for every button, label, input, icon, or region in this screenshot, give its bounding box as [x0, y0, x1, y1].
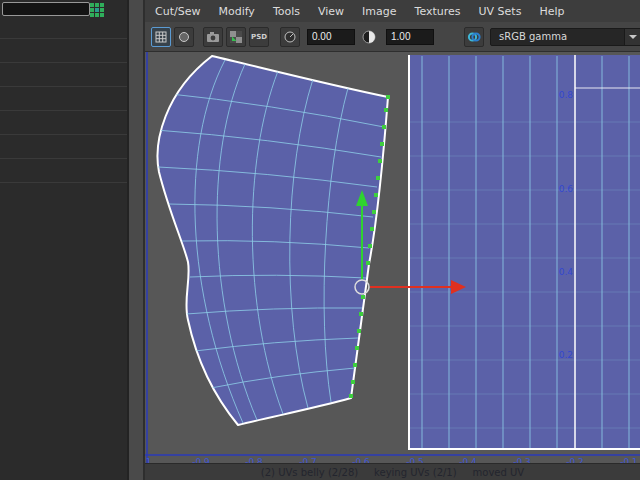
image-display-icon[interactable] — [203, 27, 223, 47]
menu-cut-sew[interactable]: Cut/Sew — [146, 5, 209, 18]
outliner-panel — [0, 0, 127, 480]
chevron-down-icon[interactable] — [624, 29, 640, 45]
psd-icon[interactable]: PSD — [249, 27, 269, 47]
panel-filter-field[interactable] — [2, 2, 90, 16]
color-space-dropdown[interactable]: sRGB gamma — [490, 28, 640, 46]
menu-view[interactable]: View — [309, 5, 353, 18]
list-row-separator — [0, 38, 127, 39]
gamma-field[interactable] — [386, 29, 434, 45]
uv-editor-menubar: Cut/Sew Modify Tools View Image Textures… — [145, 0, 640, 22]
exposure-dial-icon[interactable] — [280, 27, 300, 47]
uv-shell-right[interactable] — [408, 55, 640, 450]
uv-editor: Cut/Sew Modify Tools View Image Textures… — [145, 0, 640, 480]
exposure-field[interactable] — [307, 29, 355, 45]
status-bar: (2) UVs belly (2/28) keying UVs (2/1) mo… — [145, 463, 640, 480]
menu-help[interactable]: Help — [530, 5, 573, 18]
status-text: (2) UVs belly (2/28) keying UVs (2/1) mo… — [261, 467, 524, 478]
menu-tools[interactable]: Tools — [264, 5, 309, 18]
list-row-separator — [0, 158, 127, 159]
list-row-separator — [0, 62, 127, 63]
shaded-display-icon[interactable] — [174, 27, 194, 47]
maya-uv-editor-window: { "left_panel": { "field_value": "" }, "… — [0, 0, 640, 480]
psd-label: PSD — [251, 33, 267, 41]
uv-viewport-canvas[interactable] — [145, 52, 640, 463]
list-row-separator — [0, 86, 127, 87]
menu-modify[interactable]: Modify — [209, 5, 263, 18]
list-row-separator — [0, 110, 127, 111]
uv-shell-left[interactable] — [156, 56, 388, 425]
menu-textures[interactable]: Textures — [406, 5, 470, 18]
uv-editor-toolbar: PSD sRGB gamma — [145, 22, 640, 52]
color-space-value: sRGB gamma — [491, 31, 624, 42]
uv-grid-icon[interactable] — [89, 2, 105, 18]
color-management-icon[interactable] — [464, 27, 484, 47]
panel-splitter[interactable] — [127, 0, 145, 480]
list-row-separator — [0, 182, 127, 183]
contrast-icon[interactable] — [359, 27, 379, 47]
grid-display-icon[interactable] — [151, 27, 171, 47]
uv-viewport[interactable]: -1 -0.9 -0.8 -0.7 -0.6 -0.5 -0.4 -0.3 -0… — [145, 52, 640, 463]
menu-image[interactable]: Image — [353, 5, 405, 18]
menu-uv-sets[interactable]: UV Sets — [470, 5, 531, 18]
list-row-separator — [0, 134, 127, 135]
checker-dim-icon[interactable] — [226, 27, 246, 47]
